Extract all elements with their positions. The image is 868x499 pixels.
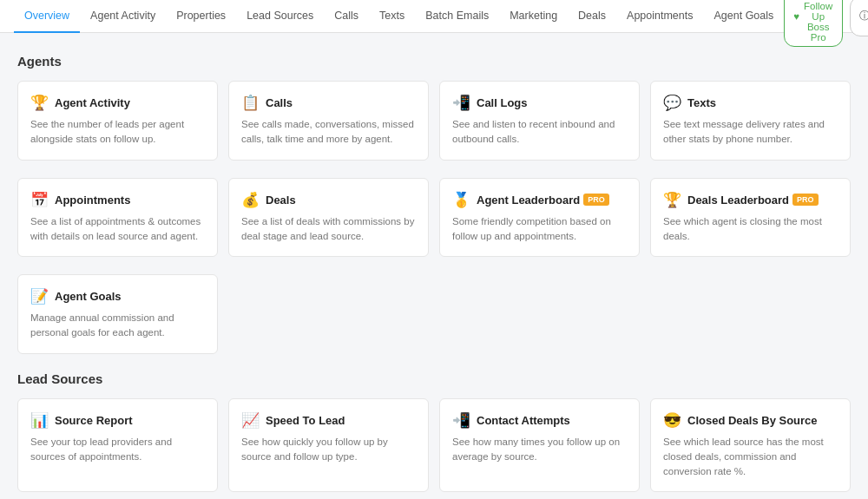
empty-slot-3	[650, 274, 851, 354]
card-call-logs[interactable]: 📲 Call Logs See and listen to recent inb…	[439, 81, 640, 161]
card-appointments-header: 📅 Appointments	[30, 191, 205, 209]
agents-section: Agents 🏆 Agent Activity See the number o…	[17, 54, 851, 354]
agent-activity-icon: 🏆	[30, 94, 49, 112]
heart-icon: ♥	[793, 11, 799, 22]
tab-batch-emails[interactable]: Batch Emails	[415, 0, 499, 33]
card-source-report[interactable]: 📊 Source Report See your top lead provid…	[17, 398, 218, 493]
card-call-logs-header: 📲 Call Logs	[452, 94, 627, 112]
agents-section-title: Agents	[17, 54, 851, 69]
empty-slot-2	[439, 274, 640, 354]
card-call-logs-desc: See and listen to recent inbound and out…	[452, 117, 627, 148]
card-agent-activity-title: Agent Activity	[55, 96, 130, 109]
card-agent-leaderboard-desc: Some friendly competition based on follo…	[452, 214, 627, 245]
unlock-label: Unlock Follow Up Boss Pro	[803, 0, 833, 43]
texts-icon: 💬	[663, 94, 681, 112]
closed-deals-icon: 😎	[663, 411, 681, 430]
main-content: Agents 🏆 Agent Activity See the number o…	[0, 33, 868, 499]
how-reporting-button[interactable]: ⓘ How Reporting works	[850, 0, 868, 36]
question-icon: ⓘ	[859, 10, 868, 23]
deals-leaderboard-pro-badge: PRO	[792, 194, 819, 206]
card-deals-leaderboard-title-row: Deals Leaderboard PRO	[687, 194, 819, 207]
card-deals-leaderboard[interactable]: 🏆 Deals Leaderboard PRO See which agent …	[650, 178, 851, 258]
card-deals[interactable]: 💰 Deals See a list of deals with commiss…	[228, 178, 429, 258]
appointments-icon: 📅	[30, 191, 49, 209]
card-agent-leaderboard-header: 🥇 Agent Leaderboard PRO	[452, 191, 627, 209]
calls-icon: 📋	[241, 94, 260, 112]
speed-to-lead-icon: 📈	[241, 411, 260, 430]
agent-goals-icon: 📝	[30, 287, 49, 305]
nav-right-buttons: ♥ Unlock Follow Up Boss Pro ⓘ How Report…	[784, 0, 868, 47]
agents-cards-row3: 📝 Agent Goals Manage annual commission a…	[17, 274, 851, 354]
card-closed-deals-header: 😎 Closed Deals By Source	[663, 411, 838, 430]
card-closed-deals-by-source[interactable]: 😎 Closed Deals By Source See which lead …	[650, 398, 851, 493]
lead-sources-section-title: Lead Sources	[17, 371, 851, 386]
card-agent-goals-desc: Manage annual commission and personal go…	[30, 311, 205, 341]
card-agent-leaderboard[interactable]: 🥇 Agent Leaderboard PRO Some friendly co…	[439, 178, 640, 258]
tab-overview[interactable]: Overview	[14, 0, 80, 33]
card-agent-activity-desc: See the number of leads per agent alongs…	[30, 117, 205, 148]
card-contact-attempts-title: Contact Attempts	[477, 414, 570, 427]
tab-agent-activity[interactable]: Agent Activity	[80, 0, 166, 33]
lead-sources-cards: 📊 Source Report See your top lead provid…	[17, 398, 851, 493]
unlock-pro-button[interactable]: ♥ Unlock Follow Up Boss Pro	[784, 0, 843, 47]
card-deals-leaderboard-header: 🏆 Deals Leaderboard PRO	[663, 191, 838, 209]
card-deals-title: Deals	[266, 194, 296, 207]
card-deals-leaderboard-title: Deals Leaderboard	[687, 194, 789, 207]
tab-deals[interactable]: Deals	[568, 0, 616, 33]
card-calls-header: 📋 Calls	[241, 94, 416, 112]
card-speed-to-lead-desc: See how quickly you follow up by source …	[241, 435, 416, 465]
deals-icon: 💰	[241, 191, 260, 209]
card-calls-title: Calls	[266, 96, 293, 109]
card-agent-activity-header: 🏆 Agent Activity	[30, 94, 205, 112]
card-texts-header: 💬 Texts	[663, 94, 838, 112]
card-deals-desc: See a list of deals with commissions by …	[241, 214, 416, 245]
card-texts[interactable]: 💬 Texts See text message delivery rates …	[650, 81, 851, 161]
card-texts-title: Texts	[687, 96, 716, 109]
card-deals-leaderboard-desc: See which agent is closing the most deal…	[663, 214, 838, 245]
card-calls-desc: See calls made, conversations, missed ca…	[241, 117, 416, 148]
card-calls[interactable]: 📋 Calls See calls made, conversations, m…	[228, 81, 429, 161]
card-agent-goals-title: Agent Goals	[55, 290, 122, 303]
card-appointments-desc: See a list of appointments & outcomes wi…	[30, 214, 205, 245]
source-report-icon: 📊	[30, 411, 49, 430]
card-contact-attempts[interactable]: 📲 Contact Attempts See how many times yo…	[439, 398, 640, 493]
card-appointments-title: Appointments	[55, 194, 130, 207]
tab-calls[interactable]: Calls	[324, 0, 369, 33]
nav-tabs: Overview Agent Activity Properties Lead …	[14, 0, 784, 33]
tab-lead-sources[interactable]: Lead Sources	[236, 0, 324, 33]
card-contact-attempts-desc: See how many times you follow up on aver…	[452, 435, 627, 465]
tab-properties[interactable]: Properties	[166, 0, 236, 33]
card-agent-leaderboard-title-row: Agent Leaderboard PRO	[477, 194, 609, 207]
card-closed-deals-desc: See which lead source has the most close…	[663, 435, 838, 480]
tab-appointments[interactable]: Appointments	[616, 0, 703, 33]
card-texts-desc: See text message delivery rates and othe…	[663, 117, 838, 148]
card-source-report-header: 📊 Source Report	[30, 411, 205, 430]
card-speed-to-lead-header: 📈 Speed To Lead	[241, 411, 416, 430]
tab-texts[interactable]: Texts	[369, 0, 415, 33]
empty-slot-1	[228, 274, 429, 354]
card-speed-to-lead[interactable]: 📈 Speed To Lead See how quickly you foll…	[228, 398, 429, 493]
card-agent-activity[interactable]: 🏆 Agent Activity See the number of leads…	[17, 81, 218, 161]
call-logs-icon: 📲	[452, 94, 470, 112]
card-deals-header: 💰 Deals	[241, 191, 416, 209]
card-contact-attempts-header: 📲 Contact Attempts	[452, 411, 627, 430]
tab-agent-goals[interactable]: Agent Goals	[704, 0, 785, 33]
lead-sources-section: Lead Sources 📊 Source Report See your to…	[17, 371, 851, 493]
agent-leaderboard-icon: 🥇	[452, 191, 470, 209]
card-speed-to-lead-title: Speed To Lead	[266, 414, 345, 427]
agents-cards-row2: 📅 Appointments See a list of appointment…	[17, 178, 851, 258]
card-agent-goals[interactable]: 📝 Agent Goals Manage annual commission a…	[17, 274, 218, 354]
top-nav: Overview Agent Activity Properties Lead …	[0, 0, 868, 33]
agents-cards-row1: 🏆 Agent Activity See the number of leads…	[17, 81, 851, 161]
card-source-report-desc: See your top lead providers and sources …	[30, 435, 205, 465]
card-call-logs-title: Call Logs	[477, 96, 528, 109]
card-agent-leaderboard-title: Agent Leaderboard	[477, 194, 580, 207]
deals-leaderboard-icon: 🏆	[663, 191, 681, 209]
card-agent-goals-header: 📝 Agent Goals	[30, 287, 205, 305]
card-source-report-title: Source Report	[55, 414, 133, 427]
agent-leaderboard-pro-badge: PRO	[583, 194, 609, 206]
card-closed-deals-title: Closed Deals By Source	[687, 414, 818, 427]
contact-attempts-icon: 📲	[452, 411, 470, 430]
tab-marketing[interactable]: Marketing	[499, 0, 568, 33]
card-appointments[interactable]: 📅 Appointments See a list of appointment…	[17, 178, 218, 258]
